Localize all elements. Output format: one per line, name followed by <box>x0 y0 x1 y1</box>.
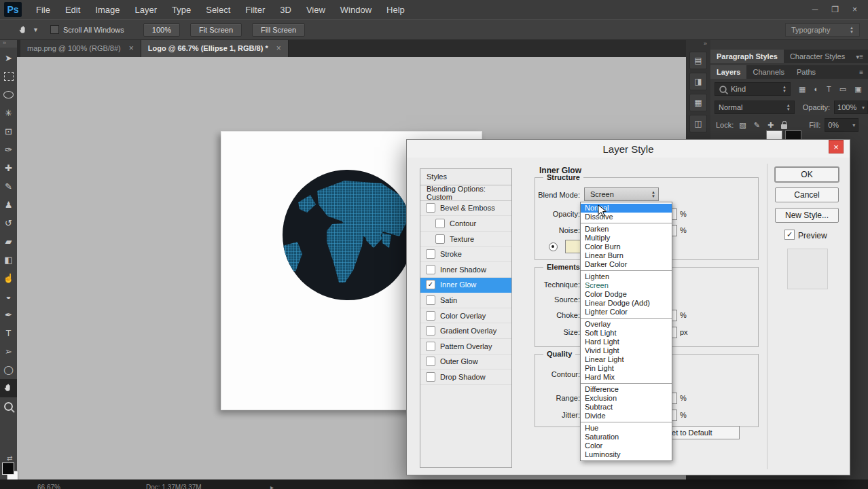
panel-tab-paths[interactable]: Paths <box>791 65 822 79</box>
spot-healing-brush-tool[interactable]: ✚ <box>0 159 17 177</box>
menu-item-view[interactable]: View <box>305 3 327 16</box>
blend-mode-option-exclusion[interactable]: Exclusion <box>581 394 672 403</box>
blend-mode-option-linear-light[interactable]: Linear Light <box>581 355 672 364</box>
blend-mode-option-pin-light[interactable]: Pin Light <box>581 364 672 373</box>
menu-item-layer[interactable]: Layer <box>134 3 159 16</box>
menu-item-help[interactable]: Help <box>385 3 406 16</box>
menu-item-image[interactable]: Image <box>94 3 121 16</box>
blend-mode-option-overlay[interactable]: Overlay <box>581 320 672 329</box>
blend-mode-option-screen[interactable]: Screen <box>581 281 672 290</box>
hand-tool[interactable] <box>0 379 17 397</box>
menu-item-window[interactable]: Window <box>339 3 373 16</box>
checkbox[interactable] <box>426 342 435 351</box>
style-item-pattern-overlay[interactable]: Pattern Overlay <box>420 339 511 355</box>
gradient-tool[interactable]: ◧ <box>0 251 17 269</box>
foreground-color-swatch[interactable] <box>2 463 14 475</box>
zoom-tool[interactable] <box>0 397 17 416</box>
blend-mode-option-hard-mix[interactable]: Hard Mix <box>581 373 672 382</box>
type-tool[interactable]: T <box>0 324 17 342</box>
dock-panel-icon-3[interactable]: ▦ <box>689 94 707 111</box>
filter-smart-object-icon[interactable]: ▣ <box>854 85 861 94</box>
checkbox[interactable] <box>426 249 435 259</box>
tab-close-icon[interactable]: × <box>129 43 134 53</box>
ellipse-tool[interactable]: ◯ <box>0 361 17 379</box>
tab-close-icon[interactable]: × <box>276 43 281 53</box>
rectangular-marquee-tool[interactable] <box>0 67 17 86</box>
style-item-drop-shadow[interactable]: Drop Shadow <box>420 369 511 385</box>
swap-colors-icon[interactable]: ⇄ <box>7 454 12 462</box>
scroll-all-windows-checkbox[interactable] <box>50 25 59 34</box>
path-selection-tool[interactable]: ➢ <box>0 342 17 361</box>
checkbox[interactable]: ✓ <box>426 280 435 289</box>
checkbox[interactable] <box>435 234 445 244</box>
layer-fill-field[interactable]: 0% ▾ <box>825 118 858 132</box>
blend-mode-option-color[interactable]: Color <box>581 441 672 450</box>
blend-mode-option-difference[interactable]: Difference <box>581 385 672 394</box>
history-brush-tool[interactable]: ↺ <box>0 214 17 232</box>
filter-shape-icon[interactable]: ▭ <box>839 85 846 94</box>
brush-tool[interactable]: ✎ <box>0 177 17 196</box>
eyedropper-tool[interactable]: ✑ <box>0 141 17 159</box>
panel-tab-character-styles[interactable]: Character Styles <box>784 50 851 63</box>
smudge-tool[interactable]: ☝ <box>0 269 17 287</box>
checkbox[interactable] <box>426 295 435 305</box>
filter-pixel-icon[interactable]: ▦ <box>799 85 806 94</box>
status-zoom-level[interactable]: 66.67% <box>37 484 60 489</box>
panel-menu-icon[interactable]: ▾≡ <box>856 53 868 60</box>
blend-mode-option-linear-dodge-add[interactable]: Linear Dodge (Add) <box>581 299 672 308</box>
zoom-100-button[interactable]: 100% <box>143 23 180 37</box>
document-tab-logo[interactable]: Logo @ 66.7% (Ellipse 1, RGB/8) *× <box>141 39 289 57</box>
layer-opacity-field[interactable]: 100% ▾ <box>834 101 868 114</box>
status-caret-icon[interactable]: ▸ <box>270 484 274 489</box>
ok-button[interactable]: OK <box>775 167 839 182</box>
blend-mode-option-lighter-color[interactable]: Lighter Color <box>581 308 672 316</box>
preview-checkbox[interactable]: ✓ <box>784 230 795 240</box>
new-style-button[interactable]: New Style... <box>775 208 839 223</box>
filter-adjustment-icon[interactable]: ◐ <box>814 85 818 94</box>
checkbox[interactable] <box>426 357 435 366</box>
blend-mode-option-soft-light[interactable]: Soft Light <box>581 329 672 338</box>
blend-mode-option-hue[interactable]: Hue <box>581 424 672 433</box>
blend-mode-option-luminosity[interactable]: Luminosity <box>581 450 672 459</box>
document-tab-map-png[interactable]: map.png @ 100% (RGB/8#)× <box>20 39 141 57</box>
cancel-button[interactable]: Cancel <box>775 187 839 202</box>
clone-stamp-tool[interactable]: ♟ <box>0 196 17 214</box>
checkbox[interactable] <box>426 372 435 382</box>
style-item-blending-options-custom[interactable]: Blending Options: Custom <box>420 185 511 201</box>
fit-screen-button[interactable]: Fit Screen <box>190 23 242 37</box>
blend-mode-select[interactable]: Screen <box>584 187 659 201</box>
menu-item-edit[interactable]: Edit <box>64 3 82 16</box>
glow-color-swatch[interactable] <box>565 240 581 253</box>
lasso-tool[interactable] <box>0 86 17 104</box>
layer-blend-mode-select[interactable]: Normal <box>715 101 795 114</box>
fill-screen-button[interactable]: Fill Screen <box>252 23 305 37</box>
blend-mode-option-multiply[interactable]: Multiply <box>581 234 672 242</box>
dialog-close-button[interactable]: × <box>829 140 844 153</box>
style-item-stroke[interactable]: Stroke <box>420 247 511 262</box>
panel-tab-channels[interactable]: Channels <box>746 65 790 79</box>
checkbox[interactable] <box>426 265 435 274</box>
menu-item-type[interactable]: Type <box>170 3 192 16</box>
blend-mode-option-darken[interactable]: Darken <box>581 225 672 234</box>
blend-mode-option-subtract[interactable]: Subtract <box>581 403 672 412</box>
lock-all-icon[interactable] <box>781 124 787 129</box>
dock-panel-icon-4[interactable]: ◫ <box>689 115 707 132</box>
blend-mode-option-hard-light[interactable]: Hard Light <box>581 338 672 346</box>
blend-mode-option-divide[interactable]: Divide <box>581 412 672 420</box>
close-icon[interactable]: × <box>852 5 857 14</box>
eraser-tool[interactable]: ▰ <box>0 232 17 251</box>
style-item-color-overlay[interactable]: Color Overlay <box>420 308 511 324</box>
dock-panel-icon-2[interactable]: ◨ <box>689 73 707 90</box>
menu-item-select[interactable]: Select <box>204 3 232 16</box>
style-item-outer-glow[interactable]: Outer Glow <box>420 355 511 370</box>
dock-panel-icon-1[interactable]: ▤ <box>689 52 707 69</box>
lock-transparency-icon[interactable]: ▨ <box>739 121 746 130</box>
layer-filter-kind-select[interactable]: Kind <box>715 82 791 96</box>
workspace-switcher[interactable]: Typography <box>785 23 860 37</box>
blend-mode-option-saturation[interactable]: Saturation <box>581 433 672 441</box>
menu-item-filter[interactable]: Filter <box>244 3 266 16</box>
panel-menu-icon[interactable]: ≡ <box>859 69 868 76</box>
quick-selection-tool[interactable]: ✳ <box>0 104 17 122</box>
checkbox[interactable] <box>435 219 445 228</box>
dock-collapse-icon[interactable]: » <box>686 39 710 48</box>
